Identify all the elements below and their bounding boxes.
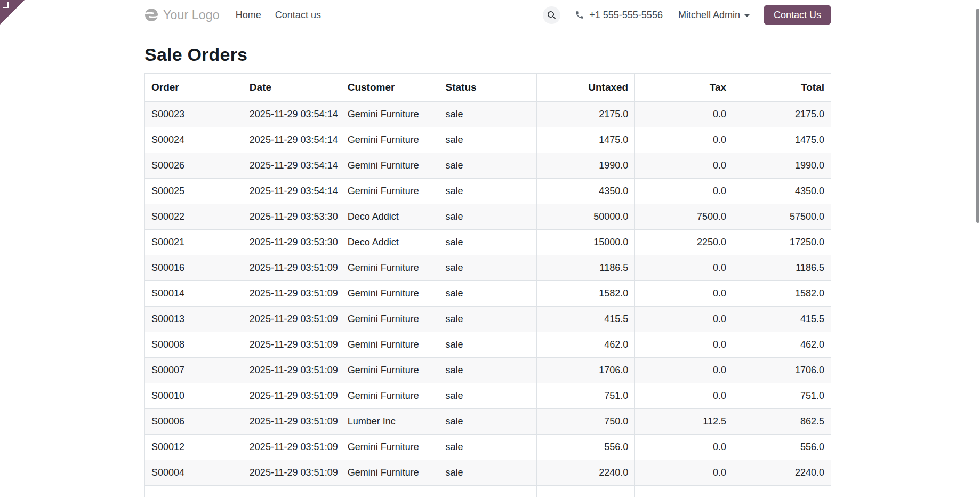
- scrollbar-track: [976, 0, 980, 497]
- cell-total: 1186.5: [733, 255, 831, 281]
- cell-untaxed: 462.0: [537, 332, 635, 358]
- cell-customer: Gemini Furniture: [341, 255, 439, 281]
- column-header-tax: Tax: [635, 74, 733, 102]
- table-row[interactable]: S00012 2025-11-29 03:51:09 Gemini Furnit…: [145, 435, 831, 460]
- cell-order: S00004: [145, 460, 243, 486]
- cell-order: S00025: [145, 179, 243, 204]
- cell-total: 2240.0: [733, 460, 831, 486]
- fold-corner-ribbon: [0, 0, 25, 25]
- user-name: Mitchell Admin: [678, 10, 740, 21]
- cell-order: S00021: [145, 230, 243, 255]
- cell-customer: Gemini Furniture: [341, 332, 439, 358]
- table-row[interactable]: S00026 2025-11-29 03:54:14 Gemini Furnit…: [145, 153, 831, 179]
- cell-status: sale: [439, 358, 537, 383]
- cell-customer: Gemini Furniture: [341, 358, 439, 383]
- column-header-total: Total: [733, 74, 831, 102]
- cell-untaxed: 750.0: [537, 409, 635, 435]
- cell-customer: Gemini Furniture: [341, 307, 439, 332]
- cell-status: sale: [439, 102, 537, 127]
- cell-status: sale: [439, 460, 537, 486]
- cell-date: 2025-11-29 03:54:14: [243, 153, 341, 179]
- cell-customer: Gemini Furniture: [341, 153, 439, 179]
- cell-untaxed: 1582.0: [537, 281, 635, 307]
- cell-date: 2025-11-29 03:53:30: [243, 204, 341, 230]
- cell-untaxed: 415.5: [537, 307, 635, 332]
- cell-order: S00010: [145, 383, 243, 409]
- table-row[interactable]: S00016 2025-11-29 03:51:09 Gemini Furnit…: [145, 255, 831, 281]
- table-row[interactable]: S00024 2025-11-29 03:54:14 Gemini Furnit…: [145, 127, 831, 153]
- phone-number: +1 555-555-5556: [589, 10, 663, 21]
- cell-date: 2025-11-29 03:51:09: [243, 281, 341, 307]
- cell-date: 2025-11-29 03:51:09: [243, 409, 341, 435]
- table-row-partial: [145, 486, 831, 497]
- table-row[interactable]: S00010 2025-11-29 03:51:09 Gemini Furnit…: [145, 383, 831, 409]
- chevron-down-icon: [744, 14, 750, 17]
- cell-date: 2025-11-29 03:51:09: [243, 307, 341, 332]
- user-menu-dropdown[interactable]: Mitchell Admin: [678, 10, 750, 21]
- cell-order: S00022: [145, 204, 243, 230]
- cell-status: sale: [439, 230, 537, 255]
- table-row[interactable]: S00004 2025-11-29 03:51:09 Gemini Furnit…: [145, 460, 831, 486]
- cell-total: 17250.0: [733, 230, 831, 255]
- search-button[interactable]: [543, 6, 560, 24]
- table-row[interactable]: S00013 2025-11-29 03:51:09 Gemini Furnit…: [145, 307, 831, 332]
- cell-status: sale: [439, 204, 537, 230]
- cell-total: 2175.0: [733, 102, 831, 127]
- cell-total: 1706.0: [733, 358, 831, 383]
- cell-untaxed: 2175.0: [537, 102, 635, 127]
- column-header-untaxed: Untaxed: [537, 74, 635, 102]
- cell-customer: Gemini Furniture: [341, 383, 439, 409]
- cell-total: 415.5: [733, 307, 831, 332]
- cell-status: sale: [439, 281, 537, 307]
- cell-tax: 0.0: [635, 102, 733, 127]
- cell-customer: Gemini Furniture: [341, 179, 439, 204]
- scrollbar-thumb[interactable]: [976, 9, 979, 223]
- column-header-date: Date: [243, 74, 341, 102]
- cell-total: 862.5: [733, 409, 831, 435]
- cell-status: sale: [439, 255, 537, 281]
- nav-item-contact-us[interactable]: Contact us: [275, 10, 321, 21]
- table-row[interactable]: S00014 2025-11-29 03:51:09 Gemini Furnit…: [145, 281, 831, 307]
- cell-tax: 0.0: [635, 460, 733, 486]
- table-row[interactable]: S00025 2025-11-29 03:54:14 Gemini Furnit…: [145, 179, 831, 204]
- cell-order: S00013: [145, 307, 243, 332]
- table-row[interactable]: S00022 2025-11-29 03:53:30 Deco Addict s…: [145, 204, 831, 230]
- column-header-order: Order: [145, 74, 243, 102]
- cell-order: S00014: [145, 281, 243, 307]
- cell-tax: 7500.0: [635, 204, 733, 230]
- cell-status: sale: [439, 435, 537, 460]
- table-row[interactable]: S00006 2025-11-29 03:51:09 Lumber Inc sa…: [145, 409, 831, 435]
- cell-untaxed: 751.0: [537, 383, 635, 409]
- contact-us-button[interactable]: Contact Us: [764, 5, 831, 25]
- cell-status: sale: [439, 127, 537, 153]
- cell-status: sale: [439, 153, 537, 179]
- table-row[interactable]: S00008 2025-11-29 03:51:09 Gemini Furnit…: [145, 332, 831, 358]
- cell-tax: 0.0: [635, 179, 733, 204]
- logo-text: Your Logo: [163, 8, 220, 22]
- phone-icon: [575, 10, 584, 20]
- cell-date: 2025-11-29 03:51:09: [243, 435, 341, 460]
- nav-item-home[interactable]: Home: [236, 10, 261, 21]
- column-header-customer: Customer: [341, 74, 439, 102]
- cell-order: S00024: [145, 127, 243, 153]
- cell-date: 2025-11-29 03:51:09: [243, 383, 341, 409]
- cell-order: S00007: [145, 358, 243, 383]
- logo-link[interactable]: Your Logo: [144, 8, 220, 22]
- cell-customer: Gemini Furniture: [341, 281, 439, 307]
- main-nav: Home Contact us: [236, 10, 321, 21]
- cell-tax: 0.0: [635, 383, 733, 409]
- cell-total: 1475.0: [733, 127, 831, 153]
- cell-status: sale: [439, 332, 537, 358]
- cell-total: 751.0: [733, 383, 831, 409]
- table-row[interactable]: S00023 2025-11-29 03:54:14 Gemini Furnit…: [145, 102, 831, 127]
- topbar: Your Logo Home Contact us: [0, 0, 980, 30]
- cell-tax: 0.0: [635, 153, 733, 179]
- cell-untaxed: 15000.0: [537, 230, 635, 255]
- cell-status: sale: [439, 179, 537, 204]
- cell-status: sale: [439, 307, 537, 332]
- cell-date: 2025-11-29 03:54:14: [243, 127, 341, 153]
- phone-link[interactable]: +1 555-555-5556: [575, 10, 663, 21]
- table-row[interactable]: S00021 2025-11-29 03:53:30 Deco Addict s…: [145, 230, 831, 255]
- table-row[interactable]: S00007 2025-11-29 03:51:09 Gemini Furnit…: [145, 358, 831, 383]
- cell-tax: 0.0: [635, 307, 733, 332]
